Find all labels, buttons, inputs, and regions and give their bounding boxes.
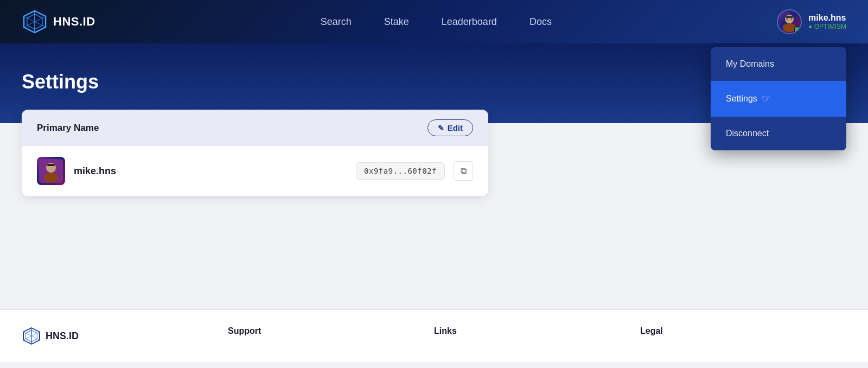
- user-info: mike.hns ● OPTIMISM: [808, 13, 846, 30]
- user-avatar: [777, 9, 802, 34]
- row-avatar-svg: [39, 159, 63, 183]
- footer-support-title: Support: [228, 326, 261, 335]
- edit-icon: ✎: [438, 124, 444, 132]
- online-indicator: [794, 26, 800, 33]
- svg-point-13: [44, 173, 58, 182]
- nav-leaderboard[interactable]: Leaderboard: [442, 16, 497, 28]
- dropdown-settings[interactable]: Settings ☞: [711, 81, 846, 117]
- row-user-name: mike.hns: [74, 166, 347, 177]
- footer-logo-icon: [22, 326, 41, 346]
- cursor-icon: ☞: [762, 93, 770, 105]
- primary-name-label: Primary Name: [37, 123, 99, 134]
- footer-support-column: Support: [228, 326, 434, 336]
- footer-legal-column: Legal: [640, 326, 846, 336]
- svg-point-10: [791, 18, 793, 20]
- edit-button[interactable]: ✎ Edit: [427, 119, 473, 136]
- address-display: 0x9fa9...60f02f: [356, 162, 445, 180]
- hns-logo-icon: [22, 9, 48, 35]
- logo-text: HNS.ID: [53, 15, 95, 29]
- footer-logo-text: HNS.ID: [46, 331, 79, 342]
- svg-rect-8: [786, 16, 793, 18]
- dropdown-my-domains[interactable]: My Domains: [711, 47, 846, 81]
- copy-icon: ⧉: [461, 166, 467, 176]
- primary-name-row: mike.hns 0x9fa9...60f02f ⧉: [22, 146, 488, 196]
- footer: HNS.ID Support Links Legal: [0, 309, 868, 362]
- user-dropdown-menu: My Domains Settings ☞ Disconnect: [711, 47, 846, 150]
- settings-card: Primary Name ✎ Edit: [22, 110, 488, 196]
- logo-area[interactable]: HNS.ID: [22, 9, 95, 35]
- nav-search[interactable]: Search: [321, 16, 352, 28]
- card-header: Primary Name ✎ Edit: [22, 110, 488, 146]
- svg-point-9: [787, 18, 788, 20]
- main-nav: Search Stake Leaderboard Docs: [321, 16, 552, 28]
- user-network-label: ● OPTIMISM: [808, 23, 846, 30]
- footer-legal-title: Legal: [640, 326, 663, 335]
- nav-stake[interactable]: Stake: [384, 16, 409, 28]
- footer-links-column: Links: [434, 326, 640, 336]
- user-name-label: mike.hns: [808, 13, 846, 23]
- nav-docs[interactable]: Docs: [529, 16, 552, 28]
- svg-rect-15: [47, 164, 55, 166]
- footer-links-title: Links: [434, 326, 457, 335]
- header: HNS.ID Search Stake Leaderboard Docs mik…: [0, 0, 868, 43]
- user-menu-trigger[interactable]: mike.hns ● OPTIMISM My Domains Settings …: [777, 9, 846, 34]
- copy-address-button[interactable]: ⧉: [454, 161, 473, 181]
- footer-logo: HNS.ID: [22, 326, 228, 346]
- row-avatar: [37, 157, 65, 185]
- dropdown-disconnect[interactable]: Disconnect: [711, 117, 846, 150]
